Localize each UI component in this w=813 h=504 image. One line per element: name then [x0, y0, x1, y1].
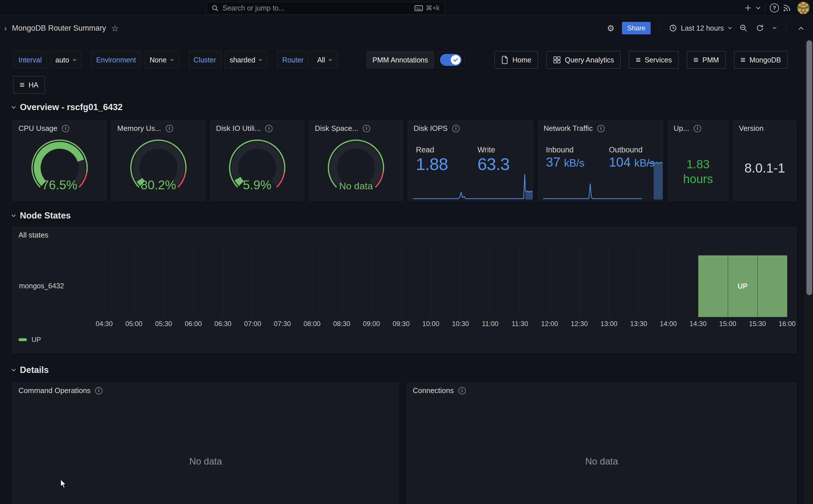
rss-icon [783, 4, 791, 12]
info-icon[interactable]: i [166, 125, 173, 132]
news-button[interactable] [781, 2, 793, 14]
panel-header[interactable]: Disk Space... i [315, 124, 370, 133]
pmm-annotations-toggle[interactable] [437, 51, 464, 69]
add-button[interactable] [742, 2, 754, 14]
settings-button[interactable]: ⚙ [605, 22, 616, 34]
grid-line [698, 244, 698, 318]
toggle-knob [451, 55, 460, 65]
grid-line [520, 244, 520, 318]
chevron-down-icon [11, 369, 16, 372]
divider [787, 23, 787, 33]
info-icon[interactable]: i [597, 125, 605, 132]
panel-header[interactable]: Memory Us... i [117, 124, 173, 133]
section-overview[interactable]: Overview - rscfg01_6432 [11, 102, 123, 112]
x-axis-tick-label: 14:30 [682, 320, 714, 328]
legend-color-pill [18, 338, 27, 341]
panel-header[interactable]: Network Traffic i [544, 124, 605, 133]
page-header: › MongoDB Router Summary ☆ ⚙ Share Last … [0, 16, 813, 40]
apps-icon [553, 56, 561, 64]
chevron-down-icon [259, 59, 262, 61]
add-menu-button[interactable] [754, 2, 762, 14]
outbound-value: 104 kB/s [609, 154, 655, 170]
link-home[interactable]: Home [494, 51, 538, 69]
gauge-value: No data [339, 180, 373, 191]
section-details[interactable]: Details [11, 365, 49, 375]
state-block-up[interactable]: UP [698, 255, 787, 317]
link-mongodb[interactable]: ≡ MongoDB [734, 51, 788, 69]
grid-line [342, 244, 342, 318]
filter-environment: Environment None [91, 51, 179, 69]
breadcrumb-chevron-icon[interactable]: › [4, 23, 7, 33]
info-icon[interactable]: i [363, 125, 370, 132]
panel-header[interactable]: Version [739, 124, 764, 133]
search-placeholder: Search or jump to... [223, 4, 414, 12]
zoom-out-button[interactable] [738, 22, 749, 34]
disk-space-gauge: No data [322, 137, 390, 195]
link-query-analytics[interactable]: Query Analytics [546, 51, 621, 69]
link-pmm[interactable]: ≡ PMM [687, 51, 726, 69]
search-input[interactable]: Search or jump to... ⌘+k [206, 2, 445, 14]
x-axis-tick-label: 07:00 [237, 320, 268, 328]
scrollbar-track[interactable] [805, 40, 813, 504]
filter-environment-value[interactable]: None [144, 51, 179, 69]
x-axis-tick-label: 13:00 [593, 320, 625, 328]
no-data-message: No data [585, 456, 618, 467]
refresh-button[interactable] [755, 22, 765, 34]
filter-environment-label[interactable]: Environment [91, 51, 141, 69]
cpu-usage-gauge: 76.5% [26, 137, 94, 195]
filter-cluster-value[interactable]: sharded [224, 51, 268, 69]
info-icon[interactable]: i [62, 125, 69, 132]
share-button[interactable]: Share [622, 22, 650, 34]
link-services[interactable]: ≡ Services [629, 51, 678, 69]
x-axis-tick-label: 15:00 [712, 320, 743, 328]
uptime-value: 1.83 hours [668, 157, 728, 186]
pmm-annotations-label: PMM Annotations [366, 51, 434, 69]
check-icon [453, 58, 458, 62]
info-icon[interactable]: i [694, 125, 701, 132]
page-title[interactable]: MongoDB Router Summary [12, 24, 106, 33]
avatar-image [797, 2, 810, 14]
panel-header[interactable]: Disk IO Utili... i [216, 124, 273, 133]
info-icon[interactable]: i [458, 387, 466, 394]
chevron-down-icon [11, 106, 16, 109]
x-axis-tick-label: 12:30 [564, 320, 595, 328]
memory-used-gauge: 80.2% [124, 137, 192, 195]
time-range-label: Last 12 hours [681, 24, 724, 32]
filter-interval: Interval auto [13, 51, 82, 69]
filter-interval-label[interactable]: Interval [13, 51, 47, 69]
grid-line [371, 244, 372, 318]
avatar[interactable] [797, 2, 810, 14]
section-node-states[interactable]: Node States [11, 211, 71, 221]
panel-header[interactable]: Connections i [413, 386, 466, 395]
x-axis-tick-label: 04:30 [89, 320, 120, 328]
legend-item-up[interactable]: UP [18, 336, 41, 344]
collapse-toolbar-button[interactable] [796, 22, 806, 34]
grid-line [401, 244, 401, 318]
panel-header[interactable]: Command Operations i [18, 386, 102, 395]
stat-write: Write 63.3 [477, 146, 510, 174]
dashboard-links: Home Query Analytics ≡ Services ≡ PMM ≡ … [494, 51, 787, 69]
panel-header[interactable]: CPU Usage i [18, 124, 69, 133]
chevron-down-icon [11, 214, 16, 217]
info-icon[interactable]: i [452, 125, 460, 132]
panel-header[interactable]: Disk IOPS i [414, 124, 460, 133]
divider [765, 3, 765, 13]
filter-router-label[interactable]: Router [277, 51, 309, 69]
panel-connections: Connections i No data [407, 383, 797, 504]
grid-line [668, 244, 669, 318]
panel-header[interactable]: Up... i [674, 124, 701, 133]
filter-router-value[interactable]: All [312, 51, 338, 69]
state-timeline-plot[interactable]: UP 04:3005:0005:3006:0006:3007:0007:3008… [13, 227, 796, 353]
filter-interval-value[interactable]: auto [50, 51, 82, 69]
info-icon[interactable]: i [265, 125, 273, 132]
scrollbar-thumb[interactable] [806, 40, 812, 295]
refresh-interval-button[interactable] [771, 22, 778, 34]
help-button[interactable]: ? [768, 2, 781, 14]
menu-icon: ≡ [20, 81, 25, 89]
info-icon[interactable]: i [95, 387, 102, 394]
link-ha[interactable]: ≡ HA [13, 76, 45, 94]
favorite-star-icon[interactable]: ☆ [111, 23, 119, 33]
x-axis-tick-label: 12:00 [534, 320, 565, 328]
filter-cluster-label[interactable]: Cluster [188, 51, 221, 69]
time-range-picker[interactable]: Last 12 hours [669, 24, 732, 32]
